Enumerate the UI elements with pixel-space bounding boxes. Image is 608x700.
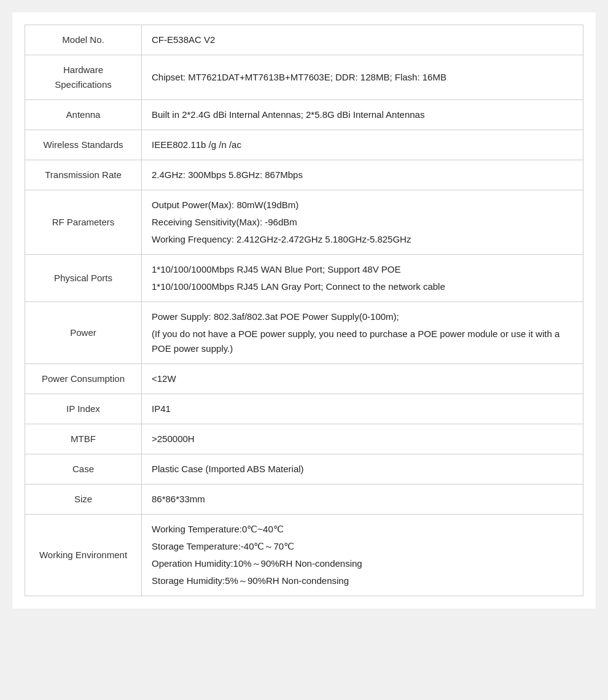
table-row: Wireless StandardsIEEE802.11b /g /n /ac: [25, 130, 583, 160]
row-label: Case: [25, 454, 142, 484]
table-row: Physical Ports1*10/100/1000Mbps RJ45 WAN…: [25, 255, 583, 302]
row-value: 1*10/100/1000Mbps RJ45 WAN Blue Port; Su…: [142, 255, 583, 302]
table-row: RF ParametersOutput Power(Max): 80mW(19d…: [25, 190, 583, 255]
row-value: Built in 2*2.4G dBi Internal Antennas; 2…: [142, 100, 583, 130]
value-line: Working Frequency: 2.412GHz-2.472GHz 5.1…: [152, 232, 573, 247]
value-line: Storage Humidity:5%～90%RH Non-condensing: [152, 574, 573, 588]
value-line: Output Power(Max): 80mW(19dBm): [152, 198, 573, 212]
value-line: 1*10/100/1000Mbps RJ45 LAN Gray Port; Co…: [152, 279, 573, 294]
row-label: Size: [25, 484, 142, 515]
row-value: >250000H: [142, 424, 583, 454]
value-line: Working Temperature:0℃~40℃: [152, 522, 573, 537]
row-label: Hardware Specifications: [25, 55, 142, 100]
value-line: Receiving Sensitivity(Max): -96dBm: [152, 215, 573, 230]
row-label: Wireless Standards: [25, 130, 142, 160]
row-value: IEEE802.11b /g /n /ac: [142, 130, 583, 160]
table-row: Hardware SpecificationsChipset: MT7621DA…: [25, 55, 583, 100]
table-row: AntennaBuilt in 2*2.4G dBi Internal Ante…: [25, 100, 583, 130]
row-label: Transmission Rate: [25, 160, 142, 190]
row-value: Output Power(Max): 80mW(19dBm)Receiving …: [142, 190, 583, 255]
table-row: PowerPower Supply: 802.3af/802.3at POE P…: [25, 302, 583, 364]
row-label: IP Index: [25, 394, 142, 424]
table-row: Transmission Rate2.4GHz: 300Mbps 5.8GHz:…: [25, 160, 583, 190]
row-value: Power Supply: 802.3af/802.3at POE Power …: [142, 302, 583, 364]
row-value: <12W: [142, 364, 583, 394]
row-label: Physical Ports: [25, 255, 142, 302]
row-value: 2.4GHz: 300Mbps 5.8GHz: 867Mbps: [142, 160, 583, 190]
row-value: CF-E538AC V2: [142, 25, 583, 55]
table-row: IP IndexIP41: [25, 394, 583, 424]
table-row: Working EnvironmentWorking Temperature:0…: [25, 515, 583, 596]
table-row: Model No.CF-E538AC V2: [25, 25, 583, 55]
row-value: IP41: [142, 394, 583, 424]
row-value: 86*86*33mm: [142, 484, 583, 515]
value-line: Power Supply: 802.3af/802.3at POE Power …: [152, 309, 573, 324]
table-row: Power Consumption<12W: [25, 364, 583, 394]
value-line: 1*10/100/1000Mbps RJ45 WAN Blue Port; Su…: [152, 262, 573, 277]
row-label: Power Consumption: [25, 364, 142, 394]
row-value: Working Temperature:0℃~40℃Storage Temper…: [142, 515, 583, 596]
row-value: Chipset: MT7621DAT+MT7613B+MT7603E; DDR:…: [142, 55, 583, 100]
table-row: CasePlastic Case (Imported ABS Material): [25, 454, 583, 484]
specs-table: Model No.CF-E538AC V2Hardware Specificat…: [25, 25, 583, 596]
row-label: Antenna: [25, 100, 142, 130]
value-line: (If you do not have a POE power supply, …: [152, 327, 573, 356]
row-label: Model No.: [25, 25, 142, 55]
table-row: Size86*86*33mm: [25, 484, 583, 515]
row-label: MTBF: [25, 424, 142, 454]
value-line: Operation Humidity:10%～90%RH Non-condens…: [152, 556, 573, 571]
page-wrapper: Model No.CF-E538AC V2Hardware Specificat…: [12, 12, 596, 609]
row-label: Working Environment: [25, 515, 142, 596]
table-row: MTBF>250000H: [25, 424, 583, 454]
row-label: Power: [25, 302, 142, 364]
row-label: RF Parameters: [25, 190, 142, 255]
row-value: Plastic Case (Imported ABS Material): [142, 454, 583, 484]
value-line: Storage Temperature:-40℃～70℃: [152, 539, 573, 554]
